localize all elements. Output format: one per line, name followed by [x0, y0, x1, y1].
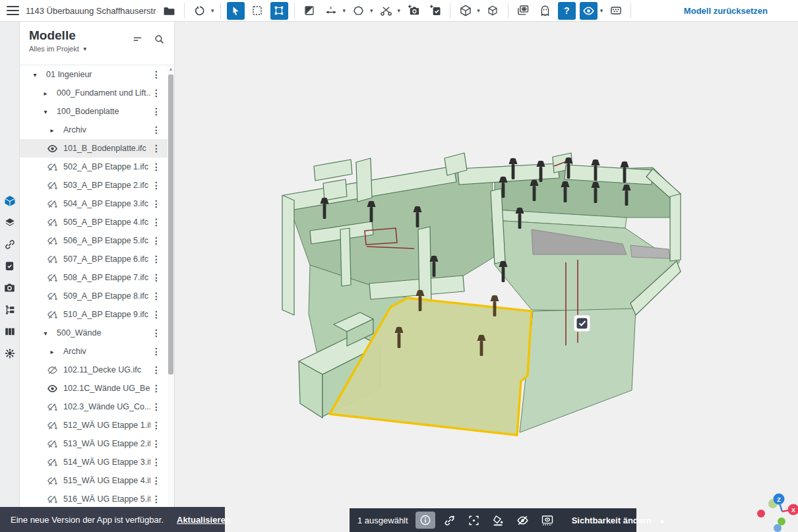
- eye-off-unloaded-icon[interactable]: [46, 419, 58, 431]
- eye-off-unloaded-icon[interactable]: [46, 198, 58, 210]
- tree-item[interactable]: ▸Archiv⋮: [20, 342, 168, 361]
- undo-icon[interactable]: [191, 2, 208, 20]
- eye-off-unloaded-icon[interactable]: [46, 272, 58, 283]
- eye-off-unloaded-icon[interactable]: [46, 161, 58, 173]
- tree-item[interactable]: 102.3_Wände UG_Co...⋮: [20, 398, 168, 416]
- model-viewport-canvas[interactable]: Z X: [175, 22, 798, 532]
- item-menu-button[interactable]: ⋮: [150, 457, 162, 467]
- item-menu-button[interactable]: ⋮: [150, 88, 162, 98]
- section-box-icon[interactable]: [484, 2, 502, 20]
- navigation-gizmo[interactable]: Z X: [757, 494, 798, 532]
- item-menu-button[interactable]: ⋮: [150, 198, 162, 209]
- eye-icon[interactable]: [46, 142, 58, 154]
- caret-down-icon[interactable]: ▾: [29, 69, 41, 80]
- item-menu-button[interactable]: ⋮: [150, 162, 162, 172]
- tree-item[interactable]: 102.1C_Wände UG_Be...⋮: [20, 379, 168, 398]
- item-menu-button[interactable]: ⋮: [150, 328, 162, 338]
- visibility-eye-button[interactable]: [580, 2, 598, 20]
- caret-right-icon[interactable]: ▸: [46, 124, 58, 136]
- item-menu-button[interactable]: ⋮: [150, 475, 162, 486]
- tree-item[interactable]: 102.11_Decke UG.ifc⋮: [20, 361, 168, 379]
- scissors-caret-icon[interactable]: ▾: [398, 7, 401, 14]
- isolate-framed-eye-button[interactable]: [537, 512, 557, 529]
- tree-item[interactable]: 509_A_BP Etappe 8.ifc⋮: [20, 287, 168, 305]
- tree-item[interactable]: ▾100_Bodenplatte⋮: [20, 102, 168, 121]
- transform-handles-button[interactable]: [270, 2, 288, 20]
- attach-link-button[interactable]: [440, 512, 460, 529]
- eye-off-unloaded-icon[interactable]: [46, 235, 58, 247]
- eye-off-unloaded-icon[interactable]: [46, 309, 58, 320]
- ghost-mode-icon[interactable]: [536, 2, 554, 20]
- cursor-tool-button[interactable]: [227, 2, 245, 20]
- todo-clipboard-icon[interactable]: [1, 258, 18, 274]
- help-marker-button[interactable]: ?: [558, 2, 576, 20]
- eye-off-unloaded-icon[interactable]: [46, 475, 58, 487]
- tree-item[interactable]: 516_WÄ UG Etappe 5.ifc⋮: [20, 490, 168, 508]
- tree-item[interactable]: 506_A_BP Etappe 5.ifc⋮: [20, 231, 168, 250]
- add-todo-icon[interactable]: [426, 2, 444, 20]
- item-menu-button[interactable]: ⋮: [150, 254, 162, 264]
- tree-item[interactable]: 508_A_BP Etappe 7.ifc⋮: [20, 268, 168, 287]
- item-menu-button[interactable]: ⋮: [150, 180, 162, 191]
- item-menu-button[interactable]: ⋮: [150, 420, 162, 430]
- tree-item[interactable]: 510_A_BP Etappe 9.ifc⋮: [20, 305, 168, 324]
- model-viewport[interactable]: Z X: [175, 22, 798, 532]
- todo-marker[interactable]: [574, 315, 590, 332]
- item-menu-button[interactable]: ⋮: [150, 235, 162, 246]
- item-menu-button[interactable]: ⋮: [150, 309, 162, 320]
- eye-icon[interactable]: [46, 382, 58, 394]
- scissors-icon[interactable]: [377, 2, 395, 20]
- tree-item[interactable]: ▾500_Wände⋮: [20, 324, 168, 342]
- item-menu-button[interactable]: ⋮: [150, 494, 162, 504]
- models-cube-icon[interactable]: [1, 193, 18, 209]
- tree-item[interactable]: 101_B_Bodenplatte.ifc⋮: [20, 139, 168, 158]
- item-menu-button[interactable]: ⋮: [150, 291, 162, 301]
- sort-icon[interactable]: [132, 34, 143, 45]
- table-columns-icon[interactable]: [1, 324, 18, 340]
- tree-item[interactable]: 502_A_BP Etappe 1.ifc⋮: [20, 158, 168, 176]
- layers-icon[interactable]: [1, 215, 18, 231]
- cube-view-caret-icon[interactable]: ▾: [477, 7, 480, 14]
- item-menu-button[interactable]: ⋮: [150, 125, 162, 135]
- eye-off-unloaded-icon[interactable]: [46, 456, 58, 468]
- search-icon[interactable]: [154, 34, 165, 45]
- tree-item[interactable]: 507_A_BP Etappe 6.ifc⋮: [20, 250, 168, 268]
- hide-eye-off-button[interactable]: [513, 512, 533, 529]
- item-menu-button[interactable]: ⋮: [150, 346, 162, 357]
- info-button[interactable]: [415, 512, 435, 529]
- paint-override-button[interactable]: [489, 512, 508, 529]
- caret-down-icon[interactable]: ▾: [40, 327, 51, 339]
- item-menu-button[interactable]: ⋮: [150, 69, 162, 80]
- link-icon[interactable]: [1, 237, 18, 252]
- item-menu-button[interactable]: ⋮: [150, 365, 162, 375]
- update-action-link[interactable]: Aktualisieren: [177, 515, 231, 525]
- menu-icon[interactable]: [4, 2, 22, 20]
- tree-item[interactable]: ▾01 Ingenieur⋮: [20, 65, 168, 84]
- eye-off-icon[interactable]: [46, 364, 58, 376]
- tree-item[interactable]: 503_A_BP Etappe 2.ifc⋮: [20, 176, 168, 194]
- measure-tool-icon[interactable]: x: [322, 2, 340, 20]
- reset-model-link[interactable]: Modell zurücksetzen: [684, 6, 768, 16]
- tree-item[interactable]: 514_WÄ UG Etappe 3.ifc⋮: [20, 453, 168, 471]
- eye-off-unloaded-icon[interactable]: [46, 290, 58, 302]
- hierarchy-icon[interactable]: [1, 302, 18, 318]
- folder-icon[interactable]: [160, 2, 178, 20]
- contrast-icon[interactable]: [301, 2, 319, 20]
- tree-item[interactable]: ▸000_Fundament und Lift...⋮: [20, 84, 168, 102]
- eye-off-unloaded-icon[interactable]: [46, 179, 58, 191]
- tree-item[interactable]: ▸Archiv⋮: [20, 121, 168, 139]
- item-menu-button[interactable]: ⋮: [150, 106, 162, 117]
- tree-item[interactable]: 505_A_BP Etappe 4.ifc⋮: [20, 213, 168, 231]
- polygon-select-icon[interactable]: [350, 2, 367, 20]
- caret-right-icon[interactable]: ▸: [40, 87, 51, 99]
- explode-icon[interactable]: [1, 345, 18, 361]
- item-menu-button[interactable]: ⋮: [150, 217, 162, 227]
- visibility-caret-icon[interactable]: ▾: [600, 7, 603, 14]
- camera-icon[interactable]: [1, 280, 18, 296]
- tree-item[interactable]: 512_WÄ UG Etappe 1.ifc⋮: [20, 416, 168, 434]
- change-visibility-button[interactable]: Sichtbarkeit ändern: [572, 516, 652, 525]
- render-settings-icon[interactable]: [607, 2, 625, 20]
- zoom-to-selection-button[interactable]: [464, 512, 484, 529]
- undo-caret-icon[interactable]: ▾: [211, 7, 214, 14]
- scrollbar-thumb[interactable]: [168, 74, 173, 374]
